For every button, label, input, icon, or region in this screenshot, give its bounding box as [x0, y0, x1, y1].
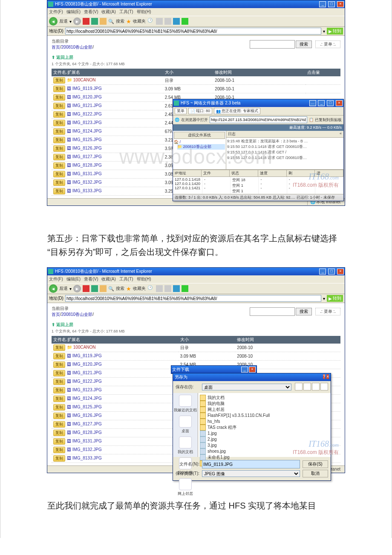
- copy-button[interactable]: 复制: [53, 404, 65, 410]
- menu-item[interactable]: 查看(V): [84, 277, 98, 281]
- copy-button[interactable]: 复制: [53, 77, 65, 84]
- hfs-port-chip[interactable]: 📄 端口: 80: [188, 108, 212, 114]
- ie-menubar[interactable]: 文件(F)编辑(E)查看(V)收藏(A)工具(T)帮助(H): [47, 8, 345, 16]
- list-item[interactable]: 我的电脑: [200, 401, 329, 407]
- breadcrumb-home[interactable]: 首页: [52, 45, 60, 49]
- table-row[interactable]: 复制🖼 IMG_8119.JPG3.09 MB2008-10: [52, 352, 340, 361]
- copy-button[interactable]: 复制: [53, 370, 65, 376]
- file-link[interactable]: 🖼 IMG_8119.JPG: [67, 86, 102, 91]
- copy-button[interactable]: 复制: [53, 455, 65, 462]
- messenger-icon[interactable]: [182, 285, 188, 292]
- vfs-root[interactable]: 🏠 /: [174, 140, 225, 144]
- address-input[interactable]: [65, 28, 321, 35]
- copy-button[interactable]: 复制: [53, 379, 65, 385]
- list-item[interactable]: 1.jpg: [200, 431, 329, 436]
- file-link[interactable]: 🖼 IMG_8123.JPG: [67, 120, 102, 125]
- hfs-url-input[interactable]: [210, 116, 307, 123]
- file-link[interactable]: 🖼 IMG_8122.JPG: [67, 112, 102, 116]
- close-button[interactable]: ×: [326, 374, 329, 379]
- menu-item[interactable]: 收藏(A): [101, 277, 115, 281]
- hfs-vfs-panel[interactable]: 虚拟文件系统 🏠 / 📁 200810香山全部: [173, 131, 226, 169]
- file-link[interactable]: 🖼 IMG_8127.JPG: [67, 154, 102, 159]
- search-button[interactable]: 搜索: [296, 308, 312, 315]
- menu-pill[interactable]: .: 菜单 :.: [315, 40, 340, 48]
- breadcrumb-folder[interactable]: 200810香山全部: [61, 45, 92, 49]
- list-item[interactable]: TAS crack 程序: [200, 425, 329, 431]
- copy-button[interactable]: 复制: [53, 396, 65, 402]
- history-icon[interactable]: 🕑: [147, 285, 154, 292]
- forward-button[interactable]: ►: [73, 17, 81, 25]
- back-button[interactable]: ◄: [49, 284, 58, 293]
- ie-menubar[interactable]: 文件(F)编辑(E)查看(V)收藏(A)工具(T)帮助(H): [47, 275, 345, 283]
- menu-item[interactable]: 帮助(H): [137, 9, 151, 14]
- list-item[interactable]: 网上邻居: [200, 407, 329, 413]
- list-item[interactable]: FlashFXP[1] v3.3.5.1110.CN.Full: [200, 413, 329, 419]
- copy-button[interactable]: 复制: [53, 103, 65, 109]
- copy-button[interactable]: 复制: [53, 421, 65, 428]
- menu-item[interactable]: 帮助(H): [137, 277, 151, 281]
- copy-button[interactable]: 复制: [53, 361, 65, 368]
- file-link[interactable]: 🖼 IMG_8125.JPG: [67, 137, 102, 142]
- file-link[interactable]: 🖼 IMG_8128.JPG: [67, 430, 102, 435]
- mail-icon[interactable]: [156, 18, 163, 25]
- edit-icon[interactable]: [173, 285, 180, 292]
- hfs-mode-chip[interactable]: 👥 您正在使用: 专家模式: [214, 108, 260, 114]
- file-link[interactable]: 🖼 IMG_8133.JPG: [67, 188, 102, 193]
- copy-button[interactable]: 复制: [53, 413, 65, 419]
- ie-toolbar[interactable]: ◄ 后退 ▾ ► 🔍 搜索 ★ 收藏夹 🕑: [47, 16, 345, 27]
- list-item[interactable]: shoes.jpg: [200, 448, 329, 454]
- list-item[interactable]: 2.jpg: [200, 436, 329, 442]
- refresh-icon[interactable]: [91, 285, 98, 292]
- favorites-icon[interactable]: ★: [126, 18, 131, 25]
- menu-item[interactable]: 文件(F): [49, 9, 63, 14]
- address-bar[interactable]: 地址(D) ▾ ▶ 转到: [47, 294, 345, 303]
- file-link[interactable]: 🖼 IMG_8125.JPG: [67, 405, 102, 409]
- sidebar-item[interactable]: 网上邻居: [178, 478, 193, 497]
- hfs-toolbar[interactable]: 菜单 📄 端口: 80 👥 您正在使用: 专家模式: [173, 107, 343, 116]
- messenger-icon[interactable]: [182, 18, 188, 25]
- list-item[interactable]: 未命名1.jpg: [200, 454, 329, 460]
- file-link[interactable]: 🖼 IMG_8123.JPG: [67, 387, 102, 392]
- favorites-icon[interactable]: ★: [126, 286, 131, 292]
- menu-item[interactable]: 编辑(E): [66, 277, 81, 281]
- mail-icon[interactable]: [156, 285, 163, 292]
- copy-button[interactable]: 复制: [53, 447, 65, 453]
- list-item[interactable]: hs_hfs: [200, 419, 329, 425]
- edit-icon[interactable]: [173, 18, 180, 25]
- copy-button[interactable]: 复制: [53, 137, 65, 143]
- saveas-sidebar[interactable]: 我最近的文档桌面我的文档我的电脑网上邻居: [173, 393, 198, 457]
- copy-button[interactable]: 复制: [53, 387, 65, 393]
- copy-button[interactable]: 复制: [53, 111, 65, 118]
- address-bar[interactable]: 地址(D) ▾ ▶ 转到: [47, 27, 345, 36]
- up-level-link[interactable]: ⬆ 返回上层: [52, 55, 340, 61]
- filetype-select[interactable]: JPEG 图像: [202, 470, 300, 477]
- file-link[interactable]: 🖼 IMG_8132.JPG: [67, 180, 102, 185]
- file-link[interactable]: 🖼 IMG_8122.JPG: [67, 379, 102, 384]
- breadcrumb-home[interactable]: 首页: [52, 312, 60, 317]
- copy-button[interactable]: 复制: [53, 171, 65, 177]
- copy-button[interactable]: 复制: [53, 162, 65, 169]
- copy-button[interactable]: 复制: [53, 145, 65, 152]
- address-input[interactable]: [65, 295, 321, 302]
- file-link[interactable]: 🖼 IMG_8131.JPG: [67, 171, 102, 176]
- list-item[interactable]: 我的文档: [200, 395, 329, 401]
- help-button[interactable]: ?: [323, 374, 326, 379]
- table-row[interactable]: 复制🖼 IMG_8119.JPG3.09 MB2008-10-1: [52, 85, 340, 93]
- copy-button[interactable]: 复制: [53, 344, 65, 351]
- file-link[interactable]: 🖼 IMG_8120.JPG: [67, 95, 102, 99]
- home-icon[interactable]: [100, 285, 107, 292]
- menu-item[interactable]: 查看(V): [84, 9, 98, 14]
- file-link[interactable]: 🖼 IMG_8124.JPG: [67, 129, 102, 133]
- file-link[interactable]: 🖼 IMG_8131.JPG: [67, 439, 102, 443]
- search-input[interactable]: [250, 307, 295, 316]
- copy-button[interactable]: 复制: [53, 188, 65, 194]
- hfs-menu-button[interactable]: 菜单: [175, 108, 187, 114]
- file-link[interactable]: 🖼 IMG_8132.JPG: [67, 447, 102, 452]
- table-row[interactable]: 复制📁 100CANON目录2008-10-1: [52, 76, 340, 85]
- go-button[interactable]: ▶ 转到: [327, 28, 343, 35]
- forward-button[interactable]: ►: [73, 285, 81, 292]
- menu-item[interactable]: 收藏(A): [101, 9, 115, 14]
- table-row[interactable]: 复制📁 100CANON目录2008-10: [52, 344, 340, 352]
- search-icon[interactable]: 🔍: [108, 286, 114, 292]
- cancel-button[interactable]: 取消: [303, 470, 328, 477]
